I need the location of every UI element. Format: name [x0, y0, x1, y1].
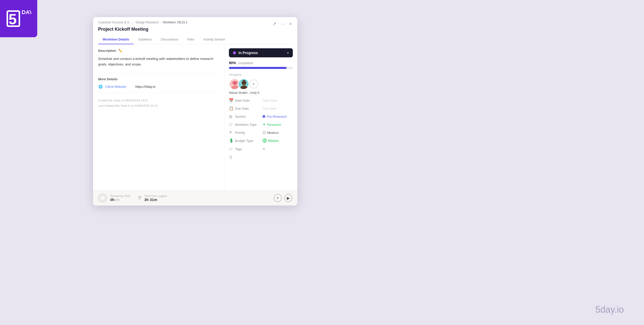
priority-icon: ⚑ [229, 130, 235, 135]
description-header: Description ✏️ [98, 49, 219, 53]
remaining-time-label: Remaining Time [110, 194, 130, 197]
chevron-down-icon: ▾ [287, 51, 289, 55]
avatar-2 [238, 78, 249, 90]
svg-line-8 [232, 83, 233, 83]
logo: DAY 5 [0, 0, 37, 37]
budget-type-value[interactable]: $ Billable [263, 139, 279, 143]
updated-by: Last Updated By: Andy K on 01/06/2025 15… [98, 103, 219, 108]
workitem-type-value[interactable]: ✦ Research [263, 123, 281, 127]
priority-label: Priority [235, 131, 263, 135]
left-panel: Description ✏️ Schedule and conduct a ki… [93, 44, 224, 190]
divider-2 [98, 93, 219, 93]
start-date-value[interactable]: Start Date [263, 99, 277, 102]
breadcrumb: Customer Success & S... › Design Researc… [98, 21, 292, 24]
svg-text:DAY: DAY [22, 9, 31, 15]
breadcrumb-item-2[interactable]: Design Research [136, 21, 159, 24]
assignee-names: Nishat Shaikh , Andy K [229, 91, 293, 95]
status-button[interactable]: In Progress ▾ [229, 48, 293, 57]
progress-row: 90% completed [229, 61, 293, 65]
tags-label: Tags [235, 147, 263, 151]
due-date-value[interactable]: Due Date [263, 107, 276, 110]
start-date-icon: 📅 [229, 98, 235, 103]
assignee-label: Assignee [229, 73, 293, 76]
svg-point-14 [243, 82, 244, 83]
svg-point-16 [100, 195, 105, 201]
svg-point-15 [245, 82, 246, 83]
description-label: Description [98, 49, 116, 53]
breadcrumb-sep-1: › [133, 21, 134, 24]
time-bar: Remaining Time 0h /0h ⏱ Total Time Logge… [93, 190, 297, 206]
client-website-value: https://5day.io [135, 85, 155, 89]
section-value[interactable]: Pre-Research [263, 115, 287, 118]
close-button[interactable]: × [289, 21, 292, 27]
status-btn-left: In Progress [233, 51, 258, 55]
more-button[interactable]: ··· [280, 21, 285, 27]
tags-row: 🏷 Tags + [229, 146, 293, 152]
time-actions: + ▶ [274, 194, 292, 202]
status-label: In Progress [238, 51, 258, 55]
breadcrumb-item-1[interactable]: Customer Success & S... [98, 21, 132, 24]
start-date-label: Start Date [235, 99, 263, 102]
due-date-label: Due Date [235, 107, 263, 110]
section-label: Section [235, 115, 263, 118]
client-website-label[interactable]: Client Website [105, 85, 133, 89]
progress-label: completed [238, 61, 253, 65]
more-details-label: More Details [98, 77, 219, 81]
priority-value[interactable]: Medium [263, 131, 279, 135]
tab-subitems[interactable]: Subitems [134, 35, 156, 44]
modal-body: Description ✏️ Schedule and conduct a ki… [93, 44, 297, 190]
remaining-time-group: Remaining Time 0h /0h [98, 193, 130, 202]
tab-activity-stream[interactable]: Activity Stream [199, 35, 230, 44]
workitem-type-label: Workitem Type [235, 123, 263, 127]
clock-icon: ⏱ [138, 196, 142, 200]
edit-icon[interactable]: ✏️ [118, 49, 122, 53]
budget-type-label: Budget Type [235, 139, 263, 143]
breadcrumb-sep-2: › [160, 21, 161, 24]
play-button[interactable]: ▶ [284, 194, 292, 202]
start-date-row: 📅 Start Date Start Date [229, 98, 293, 103]
right-panel: In Progress ▾ 90% completed Assignee [224, 44, 297, 190]
modal-header: Customer Success & S... › Design Researc… [93, 17, 297, 44]
modal-actions: ↗ ··· × [272, 21, 292, 27]
extra-icon: 🗄 [229, 155, 235, 159]
section-row: ▦ Section Pre-Research [229, 114, 293, 119]
progress-percent: 90% [229, 61, 236, 65]
budget-type-icon: 💲 [229, 138, 235, 143]
modal-title-row: Project Kickoff Meeting ↗ ··· × [98, 27, 292, 32]
tab-discussions[interactable]: Discussions [156, 35, 183, 44]
description-text: Schedule and conduct a kickoff meeting w… [98, 56, 219, 67]
budget-type-row: 💲 Budget Type $ Billable [229, 138, 293, 143]
svg-point-12 [242, 81, 246, 85]
section-icon: ▦ [229, 114, 235, 119]
remaining-time-value: 0h [110, 197, 115, 202]
svg-text:5: 5 [9, 11, 17, 27]
modal: Customer Success & S... › Design Researc… [93, 17, 297, 206]
add-tag-button[interactable]: + [263, 146, 265, 152]
progress-bar-fill [229, 67, 287, 69]
tabs: Workitem Details Subitems Discussions Fi… [98, 35, 292, 44]
modal-title: Project Kickoff Meeting [98, 27, 148, 32]
watermark: 5day.io [595, 304, 624, 315]
expand-button[interactable]: ↗ [272, 21, 277, 27]
workitem-type-icon: ☑ [229, 122, 235, 127]
add-time-button[interactable]: + [274, 194, 282, 202]
globe-icon: 🌐 [98, 85, 103, 89]
breadcrumb-item-3[interactable]: Workitem: DE15-1 [163, 21, 187, 24]
meta-info: Created By: Andy on 06/25/2024 14:57 Las… [98, 98, 219, 108]
add-assignee-button[interactable]: + [249, 79, 258, 89]
total-time-group: ⏱ Total Time Logged 3h 31m [138, 194, 167, 202]
tags-icon: 🏷 [229, 147, 235, 151]
status-dot [233, 51, 236, 54]
client-website-row: 🌐 Client Website https://5day.io [98, 85, 219, 89]
svg-line-9 [237, 83, 238, 83]
remaining-time-info: Remaining Time 0h /0h [110, 194, 130, 202]
tab-files[interactable]: Files [183, 35, 199, 44]
due-date-icon: 📋 [229, 106, 235, 111]
created-by: Created By: Andy on 06/25/2024 14:57 [98, 98, 219, 103]
progress-bar [229, 67, 293, 69]
total-time-value: 3h 31m [144, 197, 167, 202]
assignee-avatars: + [229, 78, 293, 90]
remaining-time-sub: /0h [115, 198, 120, 202]
tab-workitem-details[interactable]: Workitem Details [98, 35, 134, 44]
due-date-row: 📋 Due Date Due Date [229, 106, 293, 111]
